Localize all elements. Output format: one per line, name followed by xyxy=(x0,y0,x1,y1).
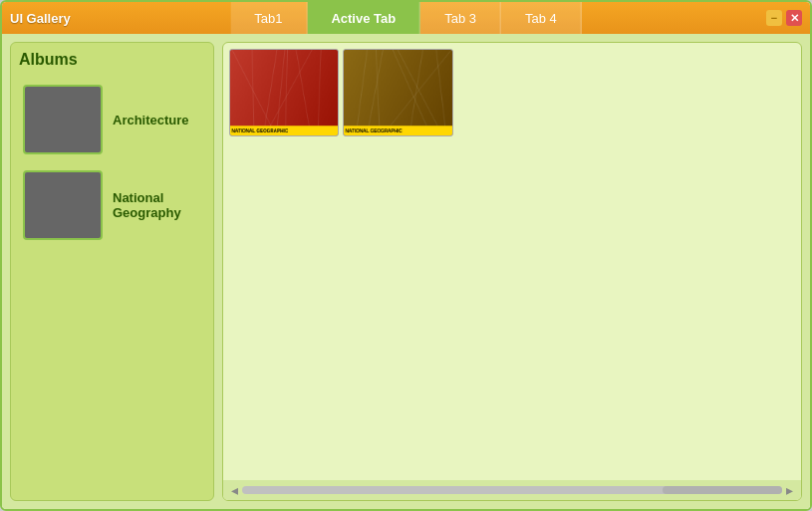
album-national-geography[interactable]: National Geography xyxy=(19,166,205,244)
h-scroll-thumb[interactable] xyxy=(663,486,782,494)
window-title: UI Gallery xyxy=(10,11,71,26)
titlebar: UI Gallery Tab1 Active Tab Tab 3 Tab 4 −… xyxy=(2,2,810,34)
album-thumb-architecture xyxy=(23,85,103,154)
main-window: UI Gallery Tab1 Active Tab Tab 3 Tab 4 −… xyxy=(0,0,812,511)
gallery-item[interactable] xyxy=(229,49,339,136)
gallery-content: ◂ ▸ xyxy=(222,42,802,501)
window-controls: − ✕ xyxy=(766,10,802,26)
main-area: Albums Architecture National Geography xyxy=(2,34,810,509)
close-button[interactable]: ✕ xyxy=(786,10,802,26)
tab-tab4[interactable]: Tab 4 xyxy=(501,2,582,34)
tab-active-tab[interactable]: Active Tab xyxy=(307,2,420,34)
album-label-architecture: Architecture xyxy=(113,113,189,128)
gallery-grid xyxy=(229,49,795,136)
albums-heading: Albums xyxy=(19,51,205,69)
sidebar: Albums Architecture National Geography xyxy=(10,42,214,501)
gallery-item[interactable] xyxy=(343,49,452,136)
tab-tab1[interactable]: Tab1 xyxy=(230,2,307,34)
scroll-right-icon[interactable]: ▸ xyxy=(786,482,793,498)
album-label-national-geography: National Geography xyxy=(113,190,201,220)
gallery-scroll-area[interactable] xyxy=(223,43,801,480)
scroll-left-icon[interactable]: ◂ xyxy=(231,482,238,498)
tab-bar: Tab1 Active Tab Tab 3 Tab 4 xyxy=(230,2,582,34)
h-scroll-track[interactable] xyxy=(242,486,782,494)
tab-tab3[interactable]: Tab 3 xyxy=(420,2,501,34)
horizontal-scrollbar[interactable]: ◂ ▸ xyxy=(223,480,801,500)
minimize-button[interactable]: − xyxy=(766,10,782,26)
album-architecture[interactable]: Architecture xyxy=(19,81,205,158)
album-thumb-national-geography xyxy=(23,170,103,240)
